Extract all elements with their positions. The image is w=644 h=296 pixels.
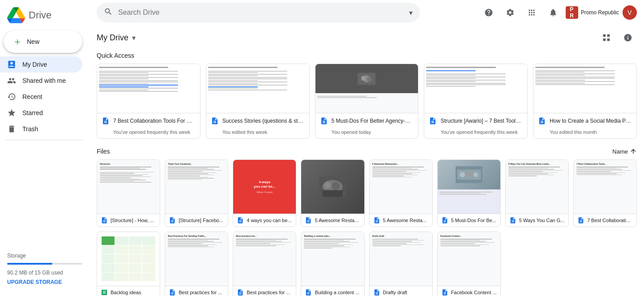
file-icon-9 [169,289,176,296]
svg-point-7 [332,182,340,190]
quick-access-card-4[interactable]: How to Create a Social Media Plan ... Yo… [533,64,637,139]
file-info-12: Drafty draft [370,286,432,296]
file-icon-1 [169,217,176,224]
sidebar-item-my-drive[interactable]: My Drive [0,56,82,73]
new-button-label: New [27,38,39,45]
file-card-4[interactable]: 5 Awesome Restaurant... [369,159,433,227]
notifications-button[interactable] [544,4,562,21]
qa-name-3: Structure [Awario] – 7 Best Tools fo... [440,118,523,124]
drive-dropdown-icon[interactable]: ▾ [132,34,136,42]
file-card-10[interactable]: Best practices for... Best practice [233,232,296,296]
help-button[interactable] [480,4,498,21]
file-card-3[interactable]: 5 Awesome Resta... [301,159,364,227]
qa-sub-2: You opened today [316,129,418,138]
search-box[interactable]: ▾ [97,3,420,22]
promo-republic-area[interactable]: PR Promo Republic [566,6,619,19]
doc-icon-3 [429,117,437,125]
file-info-3: 5 Awesome Resta... [301,214,364,227]
qa-name-4: How to Create a Social Media Plan ... [550,118,632,124]
file-info-0: [Structure] - How, ... [97,214,160,227]
search-input[interactable] [118,9,404,17]
quick-access-card-1[interactable]: Success Stories (questions & struct... Y… [206,64,310,139]
file-thumb-2: 4 ways you can be... Wave 4 ways [233,160,296,214]
sidebar: Drive ＋ New My Drive Shared with me Rece… [0,0,90,296]
quick-access-card-3[interactable]: Structure [Awario] – 7 Best Tools fo... … [424,64,528,139]
user-avatar[interactable]: V [623,5,637,20]
shared-icon [7,76,16,85]
sort-button[interactable]: Name [612,148,637,155]
topbar: ▾ PR Promo Republic V [90,0,644,25]
qa-thumb-1 [206,64,309,113]
qa-thumb-4 [533,64,636,113]
quick-access-card-2[interactable]: 5 Must-Dos For Better Agency-Clien... Yo… [315,64,419,139]
file-card-8[interactable]: Backlog ideas [97,232,160,296]
sort-label-text: Name [612,148,628,155]
file-name-7: 7 Best Collaborati... [587,218,633,223]
svg-point-3 [367,77,372,82]
new-button[interactable]: ＋ New [4,30,82,53]
file-thumb-9: Best Practices For Sending Traffic... [165,232,228,286]
qa-sub-0: You've opened frequently this week [97,129,200,138]
storage-area: Storage 90.2 MB of 15 GB used UPGRADE ST… [0,244,90,292]
quick-access-title: Quick Access [97,52,637,59]
file-name-4: 5 Awesome Resta... [383,218,429,223]
file-card-1[interactable]: Triple Your Facebook... [165,159,228,227]
search-dropdown-icon[interactable]: ▾ [409,9,413,17]
sidebar-item-trash[interactable]: Trash [0,121,82,137]
files-header: Files Name [97,148,637,155]
content-area: My Drive ▾ Quick Access [90,25,644,296]
file-card-7[interactable]: 7 Best Collaboration Tools... [573,159,637,227]
doc-icon-1 [211,117,219,125]
settings-button[interactable] [501,4,519,21]
doc-icon-0 [102,117,110,125]
file-icon-8 [101,289,108,296]
sidebar-item-recent-label: Recent [22,93,42,100]
grid-view-button[interactable] [597,29,615,47]
sidebar-item-trash-label: Trash [22,125,38,133]
file-name-2: 4 ways you can be... [247,218,292,223]
file-card-12[interactable]: Drafty draft Drafty draft [369,232,433,296]
file-icon-0 [101,217,108,224]
file-card-11[interactable]: Building a content plan... [301,232,364,296]
file-name-1: [Structure] Facebo... [179,218,224,223]
file-name-11: Building a content ... [315,290,360,295]
file-card-0[interactable]: Structure: [97,159,160,227]
file-card-6[interactable]: 5 Ways You Can Generate More Leads... [505,159,569,227]
sidebar-item-starred[interactable]: Starred [0,105,82,121]
info-button[interactable] [619,29,637,47]
file-name-10: Best practices for ... [247,290,292,295]
upgrade-storage-link[interactable]: UPGRADE STORAGE [7,279,82,285]
qa-sub-3: You've opened frequently this week [424,129,527,138]
file-thumb-5 [438,160,500,214]
file-name-13: Facebook Content ... [451,290,497,295]
svg-point-2 [361,76,366,81]
svg-point-6 [324,182,331,189]
file-card-2[interactable]: 4 ways you can be... Wave 4 ways 4 ways … [233,159,296,227]
qa-info-4: How to Create a Social Media Plan ... [533,113,636,129]
quick-access-card-0[interactable]: 7 Best Collaboration Tools For Social Me… [97,64,200,139]
trash-icon [7,124,16,133]
search-icon [104,7,113,18]
qa-sub-1: You edited this week [206,129,309,138]
sidebar-item-starred-label: Starred [22,109,43,116]
file-icon-6 [509,217,516,224]
file-info-8: Backlog ideas [97,286,160,296]
qa-info-1: Success Stories (questions & struct... [206,113,309,129]
file-card-9[interactable]: Best Practices For Sending Traffic... [165,232,228,296]
file-card-5[interactable]: 5 Must-Dos For Be... [437,159,501,227]
qa-thumb-0 [97,64,200,113]
svg-point-12 [466,171,472,177]
file-info-2: 4 ways you can be... [233,214,296,227]
plus-icon: ＋ [13,35,22,48]
main-area: ▾ PR Promo Republic V [90,0,644,296]
file-card-13[interactable]: Facebook Content... Facebook Conten [437,232,501,296]
quick-access-section: Quick Access [97,52,637,139]
file-info-11: Building a content ... [301,286,364,296]
files-title: Files [97,148,612,155]
drive-header-right [597,29,637,47]
sidebar-item-shared[interactable]: Shared with me [0,73,82,89]
storage-bar-fill [7,263,52,265]
sidebar-item-recent[interactable]: Recent [0,89,82,105]
file-info-10: Best practices for ... [233,286,296,296]
apps-button[interactable] [523,4,541,21]
